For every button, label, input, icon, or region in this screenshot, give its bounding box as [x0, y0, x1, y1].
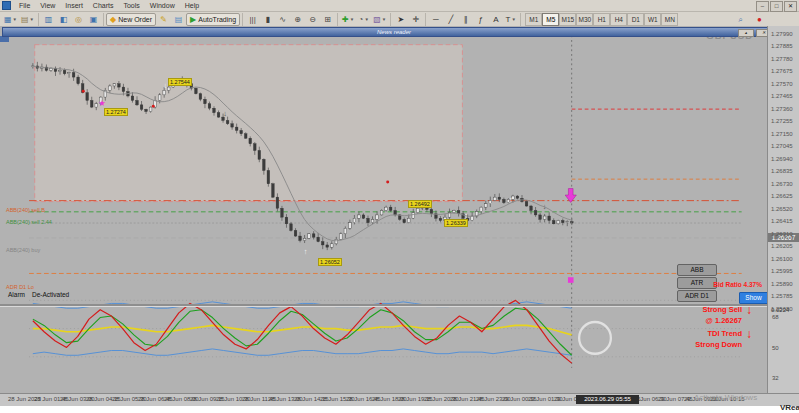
menu-item-file[interactable]: File — [14, 2, 35, 9]
signal-text-1: Strong Sell — [660, 305, 742, 314]
window-controls: –□✕ — [756, 1, 797, 12]
new-chart-icon-glyph: ▦ — [4, 15, 12, 24]
data-window-icon[interactable]: ◧ — [56, 13, 71, 26]
tdi-indicator-layer — [29, 300, 740, 363]
menu-item-insert[interactable]: Insert — [60, 2, 88, 9]
new-chart-icon[interactable]: ▦▼ — [2, 13, 19, 26]
tdi-highlight-circle — [579, 322, 611, 354]
panel-collapse-button[interactable]: ▴ — [738, 29, 754, 37]
search-icon[interactable]: ⌕ — [733, 13, 748, 26]
price-axis-label: 1.25995 — [771, 268, 793, 274]
close-button[interactable]: ✕ — [784, 1, 797, 12]
file-group: ▦▼▤▼ — [0, 13, 39, 26]
market-watch-icon[interactable]: ▥ — [41, 13, 56, 26]
timeframe-h1[interactable]: H1 — [593, 13, 610, 26]
show-button[interactable]: Show — [739, 292, 768, 304]
price-axis-label: 1.26100 — [771, 256, 793, 262]
zoom-out-icon[interactable]: ⊖ — [305, 13, 320, 26]
minimize-button[interactable]: – — [756, 1, 769, 12]
notification-badge[interactable]: ● — [752, 13, 767, 26]
text-icon[interactable]: A — [488, 13, 503, 26]
cursor-group: ➤✛ — [391, 13, 426, 26]
alarm-toggle[interactable]: AlarmDe-Activated — [8, 291, 69, 298]
tile-windows-icon[interactable]: ⊞ — [320, 13, 335, 26]
bar-chart-icon-glyph: ||| — [249, 15, 255, 24]
navigator-icon-glyph: ◎ — [75, 15, 82, 24]
menu-item-help[interactable]: Help — [180, 2, 204, 9]
bar-chart-icon[interactable]: ||| — [245, 13, 260, 26]
trendline-icon[interactable]: ╱ — [443, 13, 458, 26]
svg-text:↑: ↑ — [304, 247, 308, 256]
price-tag: 1.26052 — [318, 258, 342, 266]
price-axis-label: 1.26730 — [771, 181, 793, 187]
app-logo-icon — [2, 1, 11, 10]
svg-text:↓: ↓ — [164, 81, 168, 90]
navigator-icon[interactable]: ◎ — [71, 13, 86, 26]
time-axis: 2023.06.29 05:55 28 Jun 202328 Jun 01:45… — [0, 393, 799, 406]
fibonacci-icon[interactable]: ƒ — [473, 13, 488, 26]
menu-item-window[interactable]: Window — [145, 2, 180, 9]
price-axis-label: 1.26520 — [771, 206, 793, 212]
templates-icon[interactable]: ▧▼ — [371, 13, 388, 26]
candlestick-icon[interactable]: ▮ — [260, 13, 275, 26]
text-icon-glyph: A — [493, 15, 498, 24]
zoom-in-icon-glyph: ⊕ — [294, 15, 301, 24]
new-order-button[interactable]: ◆New Order — [106, 13, 156, 26]
restore-button[interactable]: □ — [770, 1, 783, 12]
indicator-line-label: ABB(240) buy — [6, 247, 40, 253]
hline-icon[interactable]: ─ — [428, 13, 443, 26]
timeframe-m30[interactable]: M30 — [576, 13, 593, 26]
alarm-status: De-Activated — [32, 291, 69, 298]
tdi-level-label: 68 — [772, 314, 779, 320]
crosshair-icon[interactable]: ✛ — [408, 13, 423, 26]
price-tag: 1.26492 — [408, 200, 432, 208]
price-axis-label: 1.27255 — [771, 118, 793, 124]
timeframe-m15[interactable]: M15 — [559, 13, 576, 26]
price-axis-label: 1.27885 — [771, 43, 793, 49]
dropdown-arrow-icon: ▼ — [512, 17, 516, 22]
fibonacci-icon-glyph: ƒ — [479, 15, 483, 24]
line-chart-icon[interactable]: ∿ — [275, 13, 290, 26]
arrows-icon[interactable]: T▼ — [503, 13, 518, 26]
svg-text:↓: ↓ — [223, 109, 227, 118]
terminal-icon-glyph: ▣ — [90, 15, 98, 24]
channel-icon[interactable]: ∥ — [458, 13, 473, 26]
svg-text:↑: ↑ — [509, 195, 513, 204]
periods-icon-glyph: ◔ — [359, 15, 364, 24]
trend-arrow-icon: ↓ — [746, 329, 752, 339]
market-watch-icon-glyph: ▥ — [45, 15, 53, 24]
timeframe-m5[interactable]: M5 — [542, 13, 559, 26]
publish-icon[interactable]: ▤ — [171, 13, 186, 26]
timeframe-w1[interactable]: W1 — [644, 13, 661, 26]
tdi-level-label: 50 — [772, 345, 779, 351]
menu-item-tools[interactable]: Tools — [118, 2, 144, 9]
mt4-window: FileViewInsertChartsToolsWindowHelp –□✕ … — [0, 0, 799, 413]
price-axis-label: 1.26310 — [771, 231, 793, 237]
menu-item-charts[interactable]: Charts — [88, 2, 119, 9]
timeframe-mn[interactable]: MN — [661, 13, 678, 26]
metaeditor-icon[interactable]: ✎ — [156, 13, 171, 26]
panel-title-bar: News reader ▴✕ — [2, 27, 786, 37]
channel-icon-glyph: ∥ — [464, 15, 468, 24]
autotrading-button[interactable]: ▶AutoTrading — [186, 13, 240, 26]
data-window-icon-glyph: ◧ — [60, 15, 68, 24]
timeframe-m1[interactable]: M1 — [525, 13, 542, 26]
profiles-icon[interactable]: ▤▼ — [19, 13, 36, 26]
side-button-adr-d1[interactable]: ADR D1 — [677, 290, 717, 302]
timeframe-h4[interactable]: H4 — [610, 13, 627, 26]
dropdown-arrow-icon: ▼ — [382, 17, 386, 22]
side-button-abb[interactable]: ABB — [677, 264, 717, 276]
range-box — [35, 45, 463, 202]
cursor-icon[interactable]: ➤ — [393, 13, 408, 26]
new-order-button-glyph: ◆ — [110, 15, 116, 24]
terminal-icon[interactable]: ▣ — [86, 13, 101, 26]
timeframe-d1[interactable]: D1 — [627, 13, 644, 26]
price-axis-label: 1.26415 — [771, 218, 793, 224]
periods-icon[interactable]: ◔▼ — [356, 13, 371, 26]
panel-title: News reader — [377, 29, 411, 35]
indicators-icon[interactable]: ✚▼ — [340, 13, 356, 26]
timeframe-switcher: M1M5M15M30H1H4D1W1MN — [525, 13, 678, 26]
menu-bar: FileViewInsertChartsToolsWindowHelp –□✕ — [0, 0, 799, 12]
menu-item-view[interactable]: View — [35, 2, 60, 9]
zoom-in-icon[interactable]: ⊕ — [290, 13, 305, 26]
